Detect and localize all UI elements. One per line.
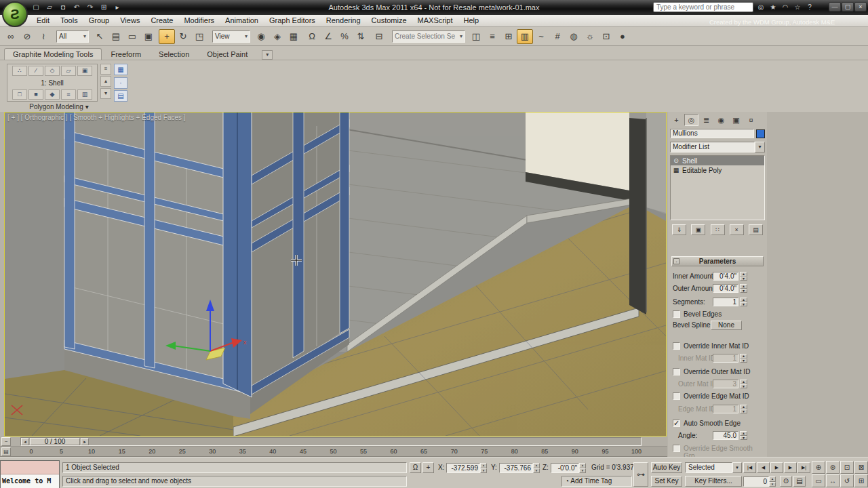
angle-snap-toggle[interactable]: ∠ <box>320 29 336 44</box>
x-coord-field[interactable]: -372.599 <box>446 463 480 473</box>
favorites-icon[interactable]: ☆ <box>792 2 803 12</box>
current-frame-spinner[interactable]: ▴▾ <box>769 476 776 487</box>
previous-frame-arrow[interactable]: ◂ <box>21 438 29 445</box>
menu-item[interactable]: Create <box>145 15 178 26</box>
unlink-selection-button[interactable]: ⊘ <box>19 29 35 44</box>
remove-modifier-button[interactable]: × <box>730 224 744 235</box>
percent-snap-toggle[interactable]: % <box>336 29 353 44</box>
zoom-extents-all-button[interactable]: ⊠ <box>854 461 868 474</box>
go-to-end-button[interactable]: ▶| <box>797 462 810 473</box>
reference-coordinate-system-dropdown[interactable]: View▾ <box>212 30 250 43</box>
search-input[interactable] <box>653 2 753 12</box>
tab-object-paint[interactable]: Object Paint <box>198 48 256 60</box>
menu-item[interactable]: Group <box>83 15 115 26</box>
search-go-icon[interactable]: ◎ <box>755 2 766 12</box>
y-coord-field[interactable]: -375.766 <box>499 463 533 473</box>
tab-freeform[interactable]: Freeform <box>102 48 150 60</box>
configure-modifier-sets-button[interactable]: ▤ <box>749 224 763 235</box>
current-frame-field[interactable]: 0 <box>743 476 769 487</box>
project-folder-button[interactable]: ⊞ <box>98 2 110 13</box>
graphite-ribbon-toggle[interactable]: ▥ <box>517 29 533 44</box>
z-coord-field[interactable]: -0'0.0" <box>551 463 579 473</box>
help-icon[interactable]: ? <box>804 2 815 12</box>
pin-stack-button-ribbon[interactable]: ▥ <box>77 89 92 100</box>
material-editor-button[interactable]: ◍ <box>566 29 582 44</box>
toolbar-overflow-button[interactable]: ▸ <box>111 2 123 13</box>
ribbon-minimize-button[interactable]: ▾ <box>262 50 273 60</box>
auto-smooth-edge-checkbox[interactable] <box>673 420 680 427</box>
vertex-mode-button[interactable]: ∴ <box>12 66 27 76</box>
key-filters-button[interactable]: Key Filters... <box>685 476 742 487</box>
preview-multi-button[interactable]: ◆ <box>45 89 60 100</box>
menu-item[interactable]: Graph Editors <box>264 15 321 26</box>
tab-modify[interactable]: ◎ <box>684 114 698 126</box>
select-and-scale-button[interactable]: ◳ <box>191 29 208 44</box>
menu-item[interactable]: Rendering <box>321 15 366 26</box>
stack-tools-button[interactable]: ≡ <box>100 64 111 75</box>
object-color-swatch[interactable] <box>756 129 765 138</box>
override-inner-mat-checkbox[interactable] <box>673 342 680 350</box>
modifier-list-dropdown[interactable]: Modifier List <box>670 142 755 152</box>
add-time-tag-field[interactable]: ◔ Add Time Tag <box>561 476 632 487</box>
menu-item[interactable]: Views <box>115 15 145 26</box>
polygon-modeling-panel-label[interactable]: Polygon Modeling ▾ <box>7 103 111 112</box>
use-pivot-center-button[interactable]: ◉ <box>253 29 269 44</box>
select-and-manipulate-button[interactable]: ◈ <box>269 29 285 44</box>
subscription-center-icon[interactable]: ★ <box>768 2 778 12</box>
tab-selection[interactable]: Selection <box>150 48 198 60</box>
stack-item-shell[interactable]: ⊙ Shell <box>671 156 764 165</box>
element-mode-button[interactable]: ▣ <box>77 66 92 76</box>
preview-off-button[interactable]: □ <box>12 89 27 100</box>
make-unique-button[interactable]: ∷ <box>711 224 725 235</box>
menu-item[interactable]: Tools <box>55 15 83 26</box>
pin-stack-button[interactable]: ⇓ <box>672 224 686 235</box>
tab-display[interactable]: ▣ <box>729 114 743 126</box>
next-frame-arrow[interactable]: ▸ <box>81 438 89 445</box>
zoom-button[interactable]: ⊕ <box>812 461 825 474</box>
previous-frame-button[interactable]: ◀ <box>757 462 770 473</box>
go-to-start-button[interactable]: |◀ <box>743 462 756 473</box>
zoom-extents-button[interactable]: ⊡ <box>840 461 854 474</box>
edge-mode-button[interactable]: ∕ <box>28 66 43 76</box>
modifier-icon[interactable]: ▦ <box>673 167 679 174</box>
selection-filter-dropdown[interactable]: All▾ <box>56 30 89 43</box>
tab-motion[interactable]: ◉ <box>714 114 728 126</box>
keyboard-shortcut-override-toggle[interactable]: ▦ <box>285 29 302 44</box>
border-mode-button[interactable]: ◇ <box>45 66 60 76</box>
next-frame-button[interactable]: ▶ <box>784 462 797 473</box>
modifier-icon[interactable]: ⊙ <box>673 157 679 164</box>
override-outer-mat-checkbox[interactable] <box>673 368 680 375</box>
segments-spinner[interactable]: ▴▾ <box>740 298 747 306</box>
menu-item[interactable]: Customize <box>366 15 412 26</box>
render-setup-button[interactable]: ☼ <box>582 29 598 44</box>
tab-create[interactable]: + <box>669 114 684 126</box>
chevron-down-icon[interactable]: ▾ <box>732 462 742 473</box>
chevron-down-icon[interactable]: ▾ <box>755 142 765 152</box>
orbit-button[interactable]: ↺ <box>840 474 854 487</box>
minimize-button[interactable]: — <box>829 2 841 12</box>
welcome-window[interactable]: Welcome to M <box>0 460 60 488</box>
layer-manager-button[interactable]: ⊞ <box>500 29 517 44</box>
absolute-mode-toggle[interactable]: + <box>422 462 434 473</box>
menu-item[interactable]: MAXScript <box>412 15 458 26</box>
curve-editor-button[interactable]: ~ <box>533 29 549 44</box>
render-production-button[interactable]: ● <box>614 29 631 44</box>
set-key-button[interactable]: Set Key <box>651 476 682 487</box>
key-mode-toggle[interactable]: ⊙ <box>780 476 792 487</box>
mullion-window-wall[interactable] <box>64 113 349 419</box>
y-coord-spinner[interactable]: ▴▾ <box>533 463 540 473</box>
auto-key-button[interactable]: Auto Key <box>651 462 682 473</box>
modifier-level-label[interactable]: 1: Shell <box>9 79 96 87</box>
override-edge-mat-checkbox[interactable] <box>673 392 680 400</box>
timeline-config-button[interactable]: ▤ <box>1 447 11 456</box>
rendered-frame-window-button[interactable]: ⊡ <box>598 29 614 44</box>
maximize-viewport-toggle[interactable]: ⊞ <box>854 474 868 487</box>
tab-hierarchy[interactable]: ≣ <box>699 114 713 126</box>
show-end-result-button[interactable]: ▣ <box>691 224 705 235</box>
expand-down-button[interactable]: ▾ <box>100 88 111 99</box>
new-scene-button[interactable]: ▢ <box>30 2 42 13</box>
time-slider-thumb[interactable]: 0 / 100 <box>30 438 80 445</box>
time-configuration-button[interactable]: ▤ <box>793 476 806 487</box>
set-keys-button[interactable]: ⊶ <box>633 462 648 487</box>
object-name-field[interactable]: Mullions <box>670 129 754 138</box>
